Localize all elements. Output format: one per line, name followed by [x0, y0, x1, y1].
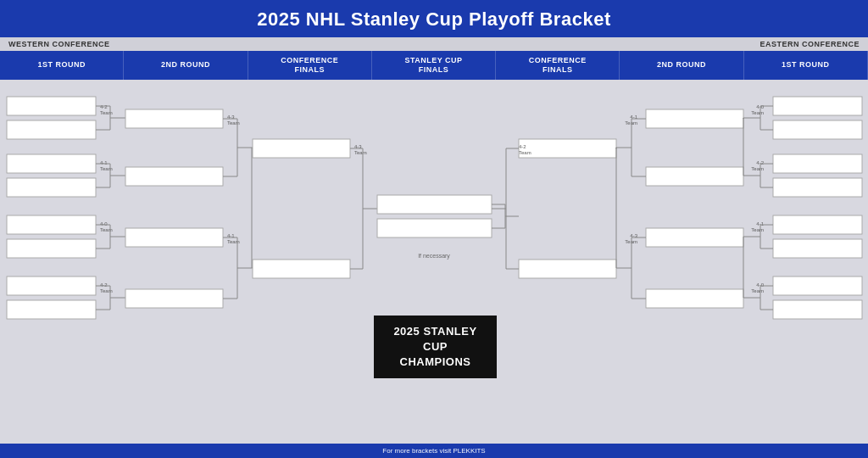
scf-label: If necessary [418, 253, 450, 260]
main-title: 2025 NHL Stanley Cup Playoff Bracket [0, 0, 868, 37]
ecf-label: Team [519, 150, 531, 155]
round-header-1st-west: 1ST ROUND [0, 51, 124, 80]
conference-labels: WESTERN CONFERENCE EASTERN CONFERENCE [0, 37, 868, 51]
e2r1-team1 [646, 109, 743, 128]
w1r1-score: 4-2 [100, 104, 108, 109]
w1r1-team4 [7, 178, 96, 197]
e1r1-team8 [773, 300, 862, 319]
round-header-stanley-cup-finals: STANLEY CUPFINALS [372, 51, 496, 80]
e1r1-team5 [773, 215, 862, 234]
round-header-1st-east: 1ST ROUND [744, 51, 868, 80]
ecf-team1 [519, 139, 616, 158]
ecf-score: 4-2 [519, 144, 526, 149]
e1r2-score2: Team [751, 166, 764, 171]
w1r1-team5 [7, 215, 96, 234]
round-header-conf-finals-west: CONFERENCEFINALS [248, 51, 372, 80]
e2r1-team2 [646, 167, 743, 186]
e1r1-team6 [773, 239, 862, 258]
e1r1-score2: Team [751, 110, 764, 115]
page-wrapper: 2025 NHL Stanley Cup Playoff Bracket WES… [0, 0, 868, 458]
w1r1-team7 [7, 276, 96, 295]
w2r1-team1 [125, 109, 223, 128]
ecf-team2 [519, 260, 616, 278]
w1r1-team1 [7, 97, 96, 115]
w1r1-team6 [7, 239, 96, 258]
w2r1-team2 [125, 167, 223, 186]
e2r2-team2 [646, 289, 743, 308]
champions-box: 2025 STANLEY CUPCHAMPIONS [374, 316, 497, 379]
footer-text: For more brackets visit PLEKKITS [382, 447, 485, 455]
e1r1-team2 [773, 120, 862, 139]
e1r4-score2: Team [751, 288, 764, 293]
w1r1-team3 [7, 154, 96, 173]
w1r1-team2 [7, 120, 96, 139]
e1r1-team1 [773, 97, 862, 115]
w1r2-score: 4-1 [100, 160, 108, 165]
champions-label: 2025 STANLEY CUPCHAMPIONS [393, 325, 476, 368]
scf-team1 [377, 195, 492, 214]
round-header-2nd-west: 2ND ROUND [124, 51, 248, 80]
wcf-label: Team [354, 150, 367, 155]
e1r1-team3 [773, 154, 862, 173]
bracket-area: 4-2 Team 4-1 Team 4-3 Team [0, 80, 868, 444]
e1r1-team7 [773, 276, 862, 295]
scf-team2 [377, 219, 492, 237]
w1r3-score: 4-0 [100, 221, 108, 226]
w2r2-team2 [125, 289, 223, 308]
e2r2-team1 [646, 228, 743, 247]
e1r1-team4 [773, 178, 862, 197]
west-conference-label: WESTERN CONFERENCE [8, 40, 110, 48]
round-header-2nd-east: 2ND ROUND [620, 51, 743, 80]
w2r2-team1 [125, 228, 223, 247]
east-conference-label: EASTERN CONFERENCE [760, 40, 860, 48]
wcf-team1 [253, 139, 350, 158]
footer: For more brackets visit PLEKKITS [0, 444, 868, 458]
round-headers: 1ST ROUND 2ND ROUND CONFERENCEFINALS STA… [0, 51, 868, 80]
w1r4-score: 4-2 [100, 282, 108, 288]
wcf-team2 [253, 260, 350, 278]
round-header-conf-finals-east: CONFERENCEFINALS [496, 51, 620, 80]
w1r1-team8 [7, 300, 96, 319]
e1r3-score2: Team [751, 227, 764, 232]
